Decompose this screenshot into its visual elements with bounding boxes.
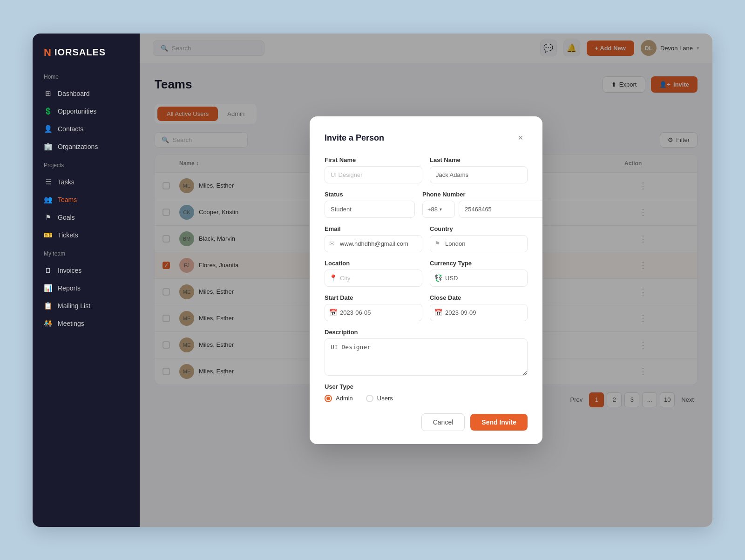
sidebar-item-label: Organizations	[58, 143, 98, 150]
currency-label: Currency Type	[430, 260, 528, 267]
sidebar-item-label: Goals	[58, 214, 75, 221]
first-name-label: First Name	[325, 156, 422, 163]
radio-users-label: Users	[377, 395, 393, 402]
sidebar-item-label: Tasks	[58, 178, 74, 186]
mailing-icon: 📋	[44, 302, 52, 310]
last-name-label: Last Name	[430, 156, 528, 163]
modal-header: Invite a Person ×	[325, 131, 528, 145]
logo: N IORSALES	[33, 47, 140, 72]
sidebar-item-invoices[interactable]: 🗒 Invoices	[33, 262, 140, 279]
email-input-wrapper: ✉	[325, 235, 422, 252]
user-type-group: User Type Admin Users	[325, 383, 528, 402]
email-input[interactable]	[325, 235, 422, 252]
contacts-icon: 👤	[44, 125, 52, 133]
invoices-icon: 🗒	[44, 266, 52, 275]
user-type-label: User Type	[325, 383, 528, 390]
country-group: Country ⚑	[430, 225, 528, 252]
sidebar-item-meetings[interactable]: 🧑‍🤝‍🧑 Meetings	[33, 315, 140, 332]
sidebar-item-label: Reports	[58, 284, 81, 292]
organizations-icon: 🏢	[44, 142, 52, 151]
phone-code-select[interactable]: +88 ▾	[422, 201, 455, 218]
status-label: Status	[325, 191, 415, 198]
sidebar-item-teams[interactable]: 👥 Teams	[33, 191, 140, 209]
close-date-wrapper: 📅	[430, 304, 528, 321]
email-group: Email ✉	[325, 225, 422, 252]
radio-admin[interactable]: Admin	[325, 395, 353, 402]
start-date-wrapper: 📅	[325, 304, 422, 321]
location-label: Location	[325, 260, 422, 267]
sidebar-item-label: Invoices	[58, 267, 81, 274]
start-date-input[interactable]	[325, 304, 422, 321]
location-input[interactable]	[325, 270, 422, 287]
user-type-row: Admin Users	[325, 395, 528, 402]
radio-admin-label: Admin	[336, 395, 353, 402]
phone-row: +88 ▾	[422, 201, 542, 218]
description-textarea[interactable]: UI Designer	[325, 338, 528, 376]
location-group: Location 📍	[325, 260, 422, 287]
radio-users-circle	[366, 395, 373, 402]
reports-icon: 📊	[44, 284, 52, 292]
start-date-group: Start Date 📅	[325, 294, 422, 321]
sidebar-item-mailing[interactable]: 📋 Mailing List	[33, 297, 140, 315]
sidebar-item-label: Meetings	[58, 320, 84, 327]
country-input-wrapper: ⚑	[430, 235, 528, 252]
description-group: Description UI Designer	[325, 329, 528, 376]
form-row-name: First Name Last Name	[325, 156, 528, 183]
phone-code-value: +88	[427, 206, 438, 213]
section-projects-label: Projects	[33, 162, 140, 173]
send-invite-button[interactable]: Send Invite	[470, 414, 528, 431]
sidebar-item-label: Contacts	[58, 125, 83, 133]
logo-icon: N	[44, 47, 52, 59]
currency-input[interactable]	[430, 270, 528, 287]
dashboard-icon: ⊞	[44, 89, 52, 98]
country-input[interactable]	[430, 235, 528, 252]
radio-users[interactable]: Users	[366, 395, 393, 402]
goals-icon: ⚑	[44, 213, 52, 222]
section-myteam-label: My team	[33, 250, 140, 262]
sidebar-item-organizations[interactable]: 🏢 Organizations	[33, 138, 140, 155]
modal-footer: Cancel Send Invite	[325, 413, 528, 431]
modal-close-button[interactable]: ×	[514, 131, 528, 145]
sidebar-item-tickets[interactable]: 🎫 Tickets	[33, 226, 140, 244]
sidebar-item-reports[interactable]: 📊 Reports	[33, 279, 140, 297]
country-label: Country	[430, 225, 528, 232]
sidebar-item-opportunities[interactable]: 💲 Opportunities	[33, 102, 140, 120]
invite-modal: Invite a Person × First Name Last Name	[310, 116, 542, 444]
last-name-input[interactable]	[430, 166, 528, 183]
first-name-input[interactable]	[325, 166, 422, 183]
sidebar-item-contacts[interactable]: 👤 Contacts	[33, 120, 140, 138]
tasks-icon: ☰	[44, 178, 52, 186]
opportunities-icon: 💲	[44, 107, 52, 115]
sidebar-item-dashboard[interactable]: ⊞ Dashboard	[33, 85, 140, 102]
sidebar-item-label: Tickets	[58, 231, 78, 239]
form-row-dates: Start Date 📅 Close Date 📅	[325, 294, 528, 321]
radio-admin-circle	[325, 395, 332, 402]
main-area: 🔍 Search 💬 🔔 + Add New DL Devon Lane ▾ T…	[140, 34, 712, 527]
sidebar-item-tasks[interactable]: ☰ Tasks	[33, 173, 140, 191]
tickets-icon: 🎫	[44, 231, 52, 239]
location-input-wrapper: 📍	[325, 270, 422, 287]
status-group: Status	[325, 191, 415, 218]
phone-number-input[interactable]	[459, 201, 542, 218]
modal-title: Invite a Person	[325, 133, 384, 143]
sidebar-item-label: Opportunities	[58, 108, 96, 115]
start-date-label: Start Date	[325, 294, 422, 301]
phone-group: Phone Number +88 ▾	[422, 191, 542, 218]
form-row-status-phone: Status Phone Number +88 ▾	[325, 191, 528, 218]
sidebar-item-label: Teams	[58, 196, 77, 203]
sidebar-item-goals[interactable]: ⚑ Goals	[33, 209, 140, 226]
cancel-button[interactable]: Cancel	[421, 413, 465, 431]
section-home-label: Home	[33, 74, 140, 85]
modal-overlay: Invite a Person × First Name Last Name	[140, 34, 712, 527]
phone-chevron-icon: ▾	[440, 207, 442, 212]
form-row-email-country: Email ✉ Country ⚑	[325, 225, 528, 252]
close-date-input[interactable]	[430, 304, 528, 321]
status-input[interactable]	[325, 201, 415, 218]
teams-icon: 👥	[44, 196, 52, 204]
sidebar-item-label: Mailing List	[58, 302, 90, 310]
currency-input-wrapper: 💱	[430, 270, 528, 287]
close-date-group: Close Date 📅	[430, 294, 528, 321]
sidebar-item-label: Dashboard	[58, 90, 90, 97]
description-label: Description	[325, 329, 528, 336]
form-row-location-currency: Location 📍 Currency Type 💱	[325, 260, 528, 287]
